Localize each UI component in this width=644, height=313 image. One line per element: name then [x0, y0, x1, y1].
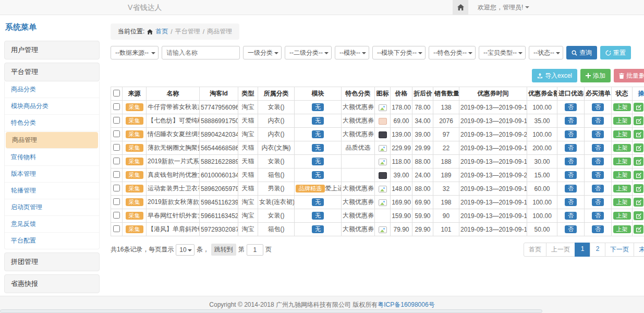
import-select-badge[interactable]: 否: [565, 103, 577, 111]
page-button[interactable]: 上一页: [546, 243, 575, 257]
import-select-badge[interactable]: 否: [565, 117, 577, 125]
must-buy-badge[interactable]: 否: [592, 225, 604, 233]
must-buy-badge[interactable]: 否: [592, 171, 604, 179]
sidebar-item[interactable]: 宣传物料: [5, 149, 99, 166]
module-none-badge[interactable]: 无: [312, 212, 324, 220]
filter-select[interactable]: --宝贝类型--: [479, 46, 526, 59]
sidebar-item[interactable]: 特色分类: [5, 115, 99, 131]
module-none-badge[interactable]: 无: [312, 103, 324, 111]
status-badge[interactable]: 上架: [613, 117, 631, 125]
sidebar-item[interactable]: 商品管理: [6, 132, 98, 149]
row-checkbox[interactable]: [113, 225, 120, 232]
module-brand-badge[interactable]: 品牌精选: [296, 185, 325, 192]
must-buy-badge[interactable]: 否: [592, 212, 604, 220]
filter-select[interactable]: --二级分类--: [285, 46, 332, 59]
breadcrumb-home-link[interactable]: 首页: [155, 27, 168, 36]
icp-link[interactable]: 粤ICP备16098006号: [378, 300, 434, 309]
import-select-badge[interactable]: 否: [565, 225, 577, 233]
import-select-badge[interactable]: 否: [565, 185, 577, 192]
row-checkbox[interactable]: [113, 185, 120, 191]
import-select-badge[interactable]: 否: [565, 158, 577, 165]
edit-button[interactable]: [634, 225, 643, 234]
row-checkbox[interactable]: [113, 212, 120, 219]
jump-button[interactable]: 跳转到: [211, 244, 236, 256]
must-buy-badge[interactable]: 否: [592, 117, 604, 125]
user-menu[interactable]: 欢迎您，管理员!: [478, 3, 529, 12]
filter-select[interactable]: --状态--: [529, 46, 563, 59]
sidebar-item[interactable]: 模块商品分类: [5, 98, 99, 115]
edit-button[interactable]: [634, 143, 643, 152]
module-none-badge[interactable]: 无: [312, 225, 324, 233]
page-button[interactable]: 1: [575, 243, 590, 257]
status-badge[interactable]: 上架: [613, 144, 631, 152]
sidebar-item[interactable]: 商品分类: [5, 81, 99, 98]
import-select-badge[interactable]: 否: [565, 198, 577, 206]
row-checkbox[interactable]: [113, 103, 120, 110]
import-excel-button[interactable]: 导入excel: [532, 69, 577, 82]
import-select-badge[interactable]: 否: [565, 212, 577, 220]
module-none-badge[interactable]: 无: [312, 171, 324, 179]
page-button[interactable]: 末页: [634, 243, 644, 257]
edit-button[interactable]: [634, 211, 643, 220]
filter-select[interactable]: --特色分类--: [429, 46, 476, 59]
row-checkbox[interactable]: [113, 171, 120, 178]
module-none-badge[interactable]: 无: [312, 117, 324, 125]
must-buy-badge[interactable]: 否: [592, 198, 604, 206]
row-checkbox[interactable]: [113, 130, 120, 137]
import-select-badge[interactable]: 否: [565, 130, 577, 138]
horizontal-scrollbar[interactable]: [0, 309, 542, 313]
module-none-badge[interactable]: 无: [312, 198, 324, 206]
sidebar-item[interactable]: 启动页管理: [5, 199, 99, 216]
row-checkbox[interactable]: [113, 117, 120, 124]
status-badge[interactable]: 上架: [613, 171, 631, 179]
sidebar-group[interactable]: 用户管理: [4, 41, 100, 59]
status-badge[interactable]: 上架: [613, 198, 631, 206]
status-badge[interactable]: 上架: [613, 130, 631, 138]
sidebar-group[interactable]: 拼团管理: [4, 252, 100, 271]
sidebar-item[interactable]: 意见反馈: [5, 216, 99, 233]
edit-button[interactable]: [634, 116, 643, 125]
add-button[interactable]: 添加: [580, 69, 611, 82]
sidebar-item[interactable]: 版本管理: [5, 166, 99, 183]
reset-button[interactable]: 重置: [600, 46, 631, 59]
edit-button[interactable]: [634, 103, 643, 112]
status-badge[interactable]: 上架: [613, 185, 631, 192]
module-none-badge[interactable]: 无: [312, 158, 324, 165]
sidebar-item[interactable]: 平台配置: [5, 233, 99, 249]
edit-button[interactable]: [634, 130, 643, 139]
page-button[interactable]: 2: [590, 243, 605, 257]
must-buy-badge[interactable]: 否: [592, 185, 604, 192]
edit-button[interactable]: [634, 157, 643, 166]
import-select-badge[interactable]: 否: [565, 144, 577, 152]
page-button[interactable]: 下一页: [605, 243, 634, 257]
jump-page-input[interactable]: [247, 244, 263, 256]
module-none-badge[interactable]: 无: [312, 144, 324, 152]
name-search-input[interactable]: [162, 46, 240, 59]
filter-data-source-select[interactable]: --数据来源--: [111, 46, 159, 59]
filter-select[interactable]: --模块--: [335, 46, 369, 59]
edit-button[interactable]: [634, 171, 643, 179]
status-badge[interactable]: 上架: [613, 212, 631, 220]
status-badge[interactable]: 上架: [613, 103, 631, 111]
page-size-select[interactable]: 10: [176, 244, 194, 256]
must-buy-badge[interactable]: 否: [592, 144, 604, 152]
edit-button[interactable]: [634, 198, 643, 207]
row-checkbox[interactable]: [113, 198, 120, 205]
query-button[interactable]: 查询: [566, 46, 597, 59]
sidebar-group[interactable]: 平台管理: [4, 63, 100, 81]
must-buy-badge[interactable]: 否: [592, 130, 604, 138]
home-button[interactable]: [453, 0, 468, 15]
row-checkbox[interactable]: [113, 144, 120, 151]
row-checkbox[interactable]: [113, 158, 120, 164]
module-none-badge[interactable]: 无: [312, 130, 324, 138]
status-badge[interactable]: 上架: [613, 158, 631, 165]
select-all-checkbox[interactable]: [113, 90, 120, 97]
batch-delete-button[interactable]: 批量删除: [614, 69, 644, 82]
status-badge[interactable]: 上架: [613, 225, 631, 233]
page-button[interactable]: 首页: [524, 243, 546, 257]
filter-select[interactable]: --模块下分类--: [372, 46, 426, 59]
filter-select[interactable]: 一级分类: [243, 46, 282, 59]
must-buy-badge[interactable]: 否: [592, 103, 604, 111]
sidebar-item[interactable]: 轮播管理: [5, 183, 99, 199]
edit-button[interactable]: [634, 184, 643, 193]
